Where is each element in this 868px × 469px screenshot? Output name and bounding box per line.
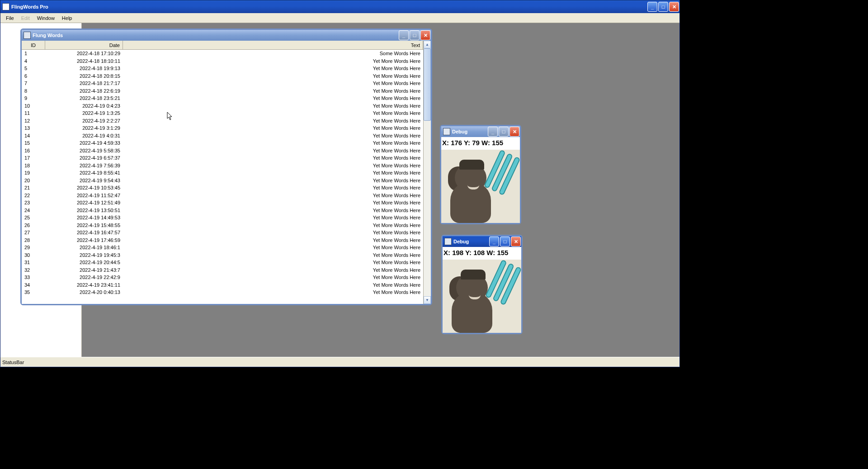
table-row[interactable]: 322022-4-19 21:43:7Yet More Words Here [22, 266, 423, 274]
table-row[interactable]: 212022-4-19 10:53:45Yet More Words Here [22, 184, 423, 192]
cell-text: Yet More Words Here [123, 208, 423, 213]
cell-id: 9 [22, 95, 45, 101]
cell-id: 4 [22, 58, 45, 64]
cell-id: 5 [22, 66, 45, 71]
cell-text: Yet More Words Here [123, 73, 423, 79]
table-row[interactable]: 142022-4-19 4:0:31Yet More Words Here [22, 132, 423, 140]
menu-file[interactable]: File [2, 14, 18, 22]
menu-help[interactable]: Help [58, 14, 76, 22]
cell-date: 2022-4-19 2:2:27 [45, 118, 123, 123]
table-row[interactable]: 332022-4-19 22:42:9Yet More Words Here [22, 274, 423, 281]
table-row[interactable]: 62022-4-18 20:8:15Yet More Words Here [22, 72, 423, 80]
grid-scrollbar[interactable]: ▲ ▼ [423, 41, 431, 304]
table-row[interactable]: 272022-4-19 16:47:57Yet More Words Here [22, 229, 423, 237]
table-row[interactable]: 102022-4-19 0:4:23Yet More Words Here [22, 102, 423, 110]
debug-window-2[interactable]: Debug _ □ ✕ X: 198 Y: 108 W: 155 [441, 235, 523, 334]
menu-window[interactable]: Window [33, 14, 58, 22]
debug1-close-button[interactable]: ✕ [509, 127, 519, 137]
cell-text: Yet More Words Here [123, 223, 423, 228]
cell-text: Yet More Words Here [123, 200, 423, 205]
scroll-up-button[interactable]: ▲ [424, 41, 431, 48]
main-titlebar[interactable]: FlingWords Pro _ □ ✕ [0, 0, 679, 13]
table-row[interactable]: 242022-4-19 13:50:51Yet More Words Here [22, 207, 423, 214]
debug-window-1[interactable]: Debug _ □ ✕ X: 176 Y: 79 W: 155 [440, 125, 521, 224]
cell-id: 1 [22, 51, 45, 56]
table-row[interactable]: 52022-4-18 19:9:13Yet More Words Here [22, 65, 423, 72]
debug1-icon [443, 128, 450, 135]
cell-text: Yet More Words Here [123, 260, 423, 265]
column-header-date[interactable]: Date [45, 41, 123, 49]
table-row[interactable]: 192022-4-19 8:55:41Yet More Words Here [22, 169, 423, 177]
cell-id: 22 [22, 193, 45, 198]
table-row[interactable]: 12022-4-18 17:10:29Some Words Here [22, 50, 423, 57]
flung-words-window[interactable]: Flung Words _ □ ✕ ID Date Text 12022-4-1… [20, 28, 432, 305]
table-row[interactable]: 292022-4-19 18:46:1Yet More Words Here [22, 244, 423, 251]
table-row[interactable]: 302022-4-19 19:45:3Yet More Words Here [22, 251, 423, 259]
table-row[interactable]: 182022-4-19 7:56:39Yet More Words Here [22, 162, 423, 170]
table-row[interactable]: 222022-4-19 11:52:47Yet More Words Here [22, 192, 423, 199]
debug2-illustration [443, 260, 521, 333]
table-row[interactable]: 112022-4-19 1:3:25Yet More Words Here [22, 109, 423, 117]
table-row[interactable]: 312022-4-19 20:44:5Yet More Words Here [22, 259, 423, 266]
close-button[interactable]: ✕ [669, 2, 679, 12]
debug1-titlebar[interactable]: Debug _ □ ✕ [441, 126, 520, 137]
cell-id: 30 [22, 252, 45, 258]
table-row[interactable]: 282022-4-19 17:46:59Yet More Words Here [22, 237, 423, 244]
menubar: File Edit Window Help [0, 13, 679, 23]
flung-words-titlebar[interactable]: Flung Words _ □ ✕ [22, 30, 431, 41]
table-row[interactable]: 122022-4-19 2:2:27Yet More Words Here [22, 117, 423, 125]
table-row[interactable]: 352022-4-20 0:40:13Yet More Words Here [22, 289, 423, 296]
maximize-button[interactable]: □ [658, 2, 668, 12]
menu-edit: Edit [18, 14, 33, 22]
grid-header[interactable]: ID Date Text [22, 41, 423, 50]
table-row[interactable]: 42022-4-18 18:10:11Yet More Words Here [22, 57, 423, 65]
cell-date: 2022-4-19 18:46:1 [45, 245, 123, 250]
cell-text: Yet More Words Here [123, 178, 423, 183]
cell-id: 27 [22, 230, 45, 235]
table-row[interactable]: 82022-4-18 22:6:19Yet More Words Here [22, 87, 423, 95]
table-row[interactable]: 172022-4-19 6:57:37Yet More Words Here [22, 154, 423, 162]
cell-id: 25 [22, 215, 45, 220]
debug2-minimize-button[interactable]: _ [489, 237, 499, 246]
table-row[interactable]: 342022-4-19 23:41:11Yet More Words Here [22, 281, 423, 289]
cell-date: 2022-4-19 5:58:35 [45, 148, 123, 153]
cell-id: 33 [22, 275, 45, 280]
mdi-workspace: Flung Words _ □ ✕ ID Date Text 12022-4-1… [0, 23, 679, 357]
table-row[interactable]: 162022-4-19 5:58:35Yet More Words Here [22, 147, 423, 155]
cell-id: 28 [22, 237, 45, 243]
table-row[interactable]: 92022-4-18 23:5:21Yet More Words Here [22, 95, 423, 102]
cell-date: 2022-4-18 22:6:19 [45, 88, 123, 94]
table-row[interactable]: 72022-4-18 21:7:17Yet More Words Here [22, 80, 423, 87]
minimize-button[interactable]: _ [647, 2, 657, 12]
status-bar: StatusBar [0, 357, 679, 367]
debug2-titlebar[interactable]: Debug _ □ ✕ [443, 236, 521, 247]
debug2-maximize-button[interactable]: □ [500, 237, 510, 246]
flung-minimize-button[interactable]: _ [399, 30, 409, 40]
scroll-track[interactable] [424, 48, 431, 296]
table-row[interactable]: 152022-4-19 4:59:33Yet More Words Here [22, 139, 423, 147]
cell-id: 11 [22, 110, 45, 116]
flung-maximize-button[interactable]: □ [410, 30, 420, 40]
cell-id: 10 [22, 103, 45, 109]
table-row[interactable]: 262022-4-19 15:48:55Yet More Words Here [22, 222, 423, 229]
flung-words-grid[interactable]: ID Date Text 12022-4-18 17:10:29Some Wor… [22, 41, 423, 304]
table-row[interactable]: 252022-4-19 14:49:53Yet More Words Here [22, 214, 423, 222]
debug2-close-button[interactable]: ✕ [511, 237, 521, 246]
column-header-text[interactable]: Text [123, 41, 423, 49]
table-row[interactable]: 132022-4-19 3:1:29Yet More Words Here [22, 124, 423, 132]
flung-close-button[interactable]: ✕ [420, 30, 430, 40]
column-header-id[interactable]: ID [22, 41, 45, 49]
table-row[interactable]: 202022-4-19 9:54:43Yet More Words Here [22, 177, 423, 185]
scroll-thumb[interactable] [424, 48, 431, 121]
debug1-maximize-button[interactable]: □ [499, 127, 509, 137]
cell-text: Yet More Words Here [123, 215, 423, 220]
debug2-coordinates: X: 198 Y: 108 W: 155 [443, 247, 521, 258]
scroll-down-button[interactable]: ▼ [424, 296, 431, 304]
cell-date: 2022-4-19 11:52:47 [45, 193, 123, 198]
cell-id: 6 [22, 73, 45, 79]
grid-body[interactable]: 12022-4-18 17:10:29Some Words Here42022-… [22, 50, 423, 304]
cell-date: 2022-4-19 23:41:11 [45, 282, 123, 288]
flung-words-title: Flung Words [33, 33, 63, 38]
table-row[interactable]: 232022-4-19 12:51:49Yet More Words Here [22, 199, 423, 207]
debug1-minimize-button[interactable]: _ [488, 127, 498, 137]
